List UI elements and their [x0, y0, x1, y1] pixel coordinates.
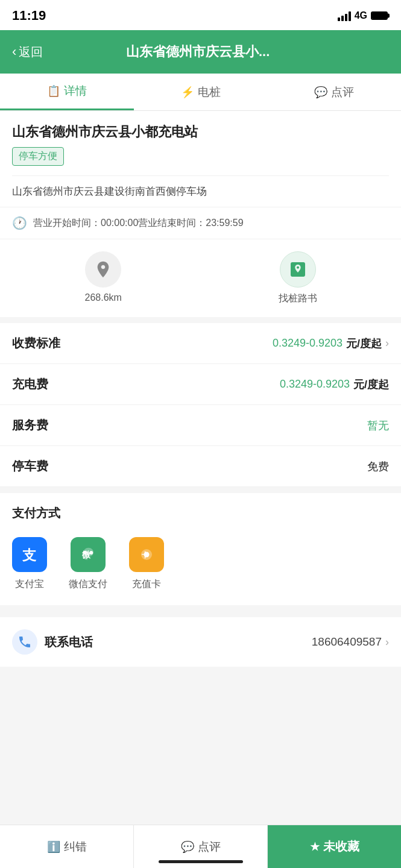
review-bottom-icon: 💬	[181, 840, 194, 854]
report-button[interactable]: ℹ️ 纠错	[0, 825, 134, 868]
collect-label: 未收藏	[323, 838, 359, 855]
fee-parking-row: 停车费 免费	[0, 446, 401, 487]
svg-text:卡: 卡	[142, 551, 150, 559]
card-icon: 卡	[129, 537, 164, 572]
action-row: 268.6km 找桩路书	[0, 239, 401, 317]
fee-parking-value: 免费	[367, 459, 389, 474]
fee-parking-label: 停车费	[12, 458, 48, 474]
route-icon	[288, 260, 308, 279]
station-address: 山东省德州市庆云县建设街南首西侧停车场	[0, 176, 401, 207]
report-label: 纠错	[64, 839, 87, 855]
fee-standard-value: 0.3249-0.9203 元/度起 ›	[273, 336, 389, 351]
fee-standard-label: 收费标准	[12, 335, 60, 351]
fee-service-value: 暂无	[367, 418, 389, 433]
header-title: 山东省德州市庆云县小...	[43, 43, 353, 61]
fee-service-label: 服务费	[12, 417, 48, 433]
phone-icon	[12, 629, 37, 655]
back-label: 返回	[19, 44, 43, 60]
fee-standard-unit: 元/度起	[346, 336, 382, 351]
tab-review-label: 点评	[331, 84, 354, 100]
fee-charging-row: 充电费 0.3249-0.9203 元/度起	[0, 364, 401, 405]
tab-charger-label: 电桩	[198, 84, 221, 100]
wechat-icon: 微	[71, 537, 106, 572]
tab-bar: 📋 详情 ⚡ 电桩 💬 点评	[0, 74, 401, 111]
payment-title: 支付方式	[0, 493, 401, 531]
tag-row: 停车方便	[0, 147, 401, 175]
tab-review[interactable]: 💬 点评	[267, 74, 401, 110]
header: ‹ 返回 山东省德州市庆云县小...	[0, 30, 401, 74]
tab-charger[interactable]: ⚡ 电桩	[134, 74, 268, 110]
payment-card: 卡 充值卡	[129, 537, 164, 591]
route-guide-icon-wrap	[280, 251, 316, 288]
contact-divider	[0, 611, 401, 617]
contact-arrow-icon: ›	[385, 636, 389, 649]
contact-right: 18606409587 ›	[312, 635, 389, 649]
navigate-icon-wrap	[85, 251, 121, 288]
clock-icon: 🕐	[12, 216, 27, 230]
star-icon: ★	[310, 840, 320, 854]
svg-text:支: 支	[22, 548, 37, 563]
network-type: 4G	[355, 10, 367, 21]
alipay-label: 支付宝	[15, 578, 44, 591]
contact-row[interactable]: 联系电话 18606409587 ›	[0, 617, 401, 667]
status-time: 11:19	[12, 8, 46, 24]
route-guide-button[interactable]: 找桩路书	[207, 251, 390, 305]
payment-section: 支付方式 支 支付宝 微 微信支付	[0, 493, 401, 605]
charger-icon: ⚡	[181, 86, 194, 99]
contact-label: 联系电话	[45, 634, 93, 650]
fee-charging-value: 0.3249-0.9203 元/度起	[280, 377, 389, 392]
detail-icon: 📋	[47, 84, 60, 98]
fee-charging-unit: 元/度起	[353, 377, 389, 392]
back-arrow-icon: ‹	[12, 44, 16, 60]
fee-standard-price: 0.3249-0.9203	[273, 337, 343, 350]
fee-standard-row[interactable]: 收费标准 0.3249-0.9203 元/度起 ›	[0, 323, 401, 364]
station-name: 山东省德州市庆云县小都充电站	[0, 111, 401, 147]
fee-charging-price: 0.3249-0.9203	[280, 378, 350, 391]
route-guide-label: 找桩路书	[279, 292, 317, 305]
payment-wechat: 微 微信支付	[69, 537, 107, 591]
collect-button[interactable]: ★ 未收藏	[268, 825, 401, 868]
status-icons: 4G	[338, 10, 389, 21]
station-info-section: 山东省德州市庆云县小都充电站 停车方便 山东省德州市庆云县建设街南首西侧停车场 …	[0, 111, 401, 317]
svg-text:微: 微	[81, 550, 91, 559]
tab-detail-label: 详情	[64, 83, 87, 99]
distance-label: 268.6km	[85, 292, 122, 303]
contact-section: 联系电话 18606409587 ›	[0, 611, 401, 667]
card-label: 充值卡	[132, 578, 161, 591]
navigate-button[interactable]: 268.6km	[12, 251, 195, 305]
tab-detail[interactable]: 📋 详情	[0, 74, 134, 110]
home-indicator	[159, 860, 243, 863]
review-label: 点评	[198, 839, 221, 855]
station-tag: 停车方便	[12, 147, 64, 166]
alipay-icon: 支	[12, 537, 47, 572]
fee-charging-label: 充电费	[12, 376, 48, 392]
compass-icon	[93, 260, 113, 279]
hours-text: 营业开始时间：00:00:00营业结束时间：23:59:59	[33, 217, 244, 230]
hours-row: 🕐 营业开始时间：00:00:00营业结束时间：23:59:59	[0, 207, 401, 239]
payment-methods: 支 支付宝 微 微信支付 卡	[0, 531, 401, 605]
review-icon: 💬	[314, 86, 327, 99]
battery-icon	[371, 11, 389, 20]
report-icon: ℹ️	[47, 840, 60, 854]
fee-service-row: 服务费 暂无	[0, 405, 401, 446]
payment-alipay: 支 支付宝	[12, 537, 47, 591]
signal-icon	[338, 10, 351, 21]
contact-phone: 18606409587	[312, 635, 382, 649]
back-button[interactable]: ‹ 返回	[12, 44, 43, 60]
status-bar: 11:19 4G	[0, 0, 401, 30]
contact-left: 联系电话	[12, 629, 93, 655]
fee-section: 收费标准 0.3249-0.9203 元/度起 › 充电费 0.3249-0.9…	[0, 323, 401, 487]
fee-standard-arrow-icon: ›	[385, 337, 389, 350]
wechat-label: 微信支付	[69, 578, 107, 591]
